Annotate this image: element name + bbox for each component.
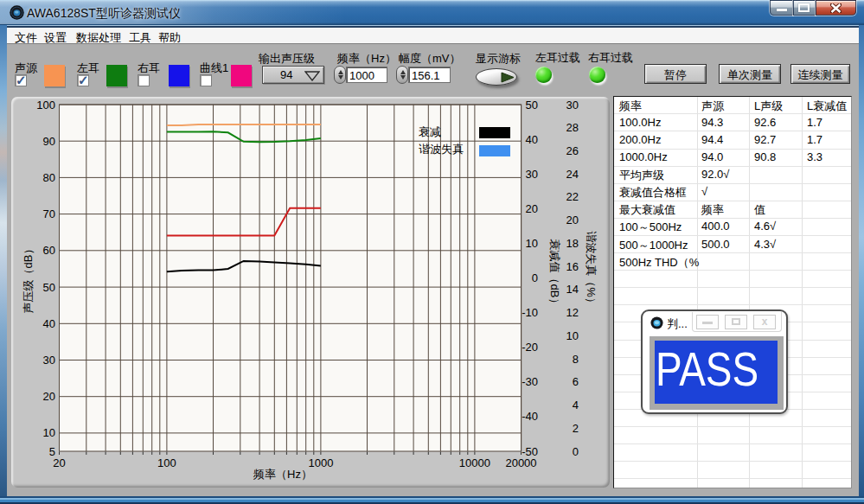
svg-text:4: 4 (573, 399, 579, 411)
svg-text:40: 40 (43, 317, 55, 330)
svg-text:10: 10 (566, 329, 579, 342)
svg-text:20: 20 (526, 202, 538, 215)
svg-text:衰减: 衰减 (419, 125, 441, 138)
svg-text:90: 90 (43, 135, 55, 148)
svg-text:10000: 10000 (459, 456, 490, 469)
svg-text:80: 80 (43, 171, 55, 184)
svg-text:谐波失真（%）: 谐波失真（%） (585, 231, 598, 309)
svg-text:30: 30 (526, 168, 538, 181)
svg-text:6: 6 (573, 375, 579, 388)
svg-text:2: 2 (573, 422, 579, 435)
svg-text:20: 20 (53, 456, 65, 469)
svg-text:60: 60 (43, 244, 55, 257)
svg-text:-30: -30 (522, 375, 538, 388)
svg-text:衰减值（dB）: 衰减值（dB） (548, 239, 561, 309)
svg-text:40: 40 (526, 133, 538, 146)
svg-text:-50: -50 (522, 445, 538, 458)
svg-text:0: 0 (532, 271, 538, 284)
svg-text:22: 22 (566, 190, 579, 203)
svg-text:50: 50 (43, 281, 55, 294)
svg-text:12: 12 (566, 306, 579, 319)
svg-text:30: 30 (566, 99, 579, 112)
svg-text:28: 28 (566, 121, 579, 134)
svg-text:-20: -20 (522, 341, 538, 354)
svg-text:100: 100 (157, 456, 176, 469)
svg-text:8: 8 (573, 353, 579, 366)
svg-text:20: 20 (566, 214, 579, 226)
svg-text:14: 14 (566, 283, 579, 296)
svg-text:20: 20 (43, 390, 55, 403)
svg-text:10: 10 (526, 237, 538, 250)
svg-text:16: 16 (566, 260, 579, 273)
svg-text:0: 0 (573, 445, 579, 458)
svg-text:谐波失真: 谐波失真 (419, 143, 464, 156)
svg-text:26: 26 (566, 144, 579, 157)
svg-text:-40: -40 (522, 410, 538, 423)
svg-text:频率（Hz）: 频率（Hz） (253, 468, 312, 481)
svg-text:50: 50 (526, 99, 538, 112)
svg-text:-10: -10 (522, 306, 538, 319)
svg-text:30: 30 (43, 354, 55, 367)
svg-text:声压级（dB）: 声压级（dB） (22, 244, 35, 314)
svg-text:10: 10 (43, 426, 55, 439)
svg-text:100: 100 (36, 99, 55, 112)
svg-text:18: 18 (566, 237, 579, 250)
svg-text:70: 70 (43, 207, 55, 220)
svg-text:20000: 20000 (505, 456, 536, 469)
svg-text:24: 24 (566, 168, 579, 181)
